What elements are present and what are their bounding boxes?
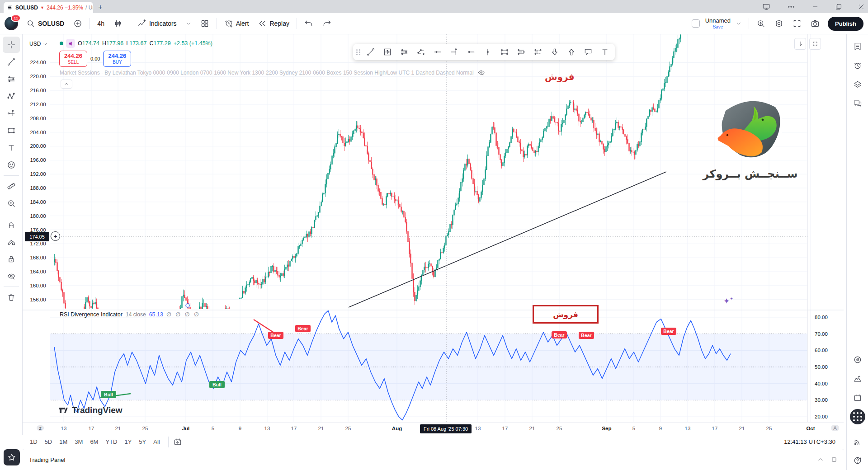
publish-button[interactable]: Publish (828, 17, 863, 31)
rsi-legend[interactable]: RSI Divergence Indicator 14 close 65.13 … (60, 311, 200, 318)
time-axis[interactable]: 13172125Jul5913172125Aug13172125Sep59131… (23, 423, 844, 435)
sessions-indicator-legend[interactable]: Market Sessions - By Leviathan Tokyo 000… (60, 69, 485, 76)
sparkle-icon[interactable]: ✦✦ (723, 296, 733, 306)
magnet-tool[interactable] (3, 216, 20, 233)
close-button[interactable] (854, 1, 868, 12)
disjoint-draw-tool[interactable] (412, 45, 429, 59)
share-icon[interactable] (66, 39, 75, 48)
rectangle-draw-tool[interactable] (496, 45, 513, 59)
symbol-search-button[interactable]: SOLUSD (23, 16, 68, 31)
calendar-tool[interactable] (849, 389, 866, 406)
scroll-to-recent-button[interactable] (794, 38, 806, 50)
text-t-tool[interactable] (3, 140, 20, 156)
lock-all-tool[interactable] (3, 251, 20, 267)
rectangle-tool[interactable] (3, 122, 20, 139)
signal-tool[interactable] (849, 433, 866, 450)
range-5y[interactable]: 5Y (135, 437, 150, 447)
replay-button[interactable]: Replay (254, 16, 293, 31)
range-1y[interactable]: 1Y (121, 437, 135, 447)
favorites-toolbar-button[interactable] (4, 449, 20, 465)
eye-icon[interactable] (477, 69, 485, 76)
buy-button[interactable]: 244.26BUY (103, 51, 131, 67)
quick-trade-plus-button[interactable]: + (51, 231, 60, 241)
vertical-line-draw-tool[interactable] (479, 45, 496, 59)
chart-area[interactable]: BullBullBearBearBearBearBear224.00220.00… (23, 34, 844, 435)
drawing-lock-tool[interactable] (3, 234, 20, 250)
arrow-up-draw-tool[interactable] (563, 45, 580, 59)
layout-name-button[interactable]: Unnamed Save (705, 18, 731, 29)
new-tab-button[interactable]: + (95, 2, 106, 12)
fullscreen-icon[interactable] (789, 16, 805, 31)
range-5d[interactable]: 5D (41, 437, 56, 447)
parallel-lines-tool[interactable] (3, 71, 20, 87)
horizontal-ray-tool[interactable] (3, 105, 20, 122)
range-3m[interactable]: 3M (71, 437, 86, 447)
movers-tool[interactable] (849, 370, 866, 387)
trading-panel[interactable]: Trading Panel (23, 449, 844, 470)
currency-selector[interactable]: USD (26, 39, 49, 49)
maximize-pane-button[interactable] (809, 38, 821, 50)
sell-annotation-text[interactable]: فروش (545, 71, 575, 82)
indicators-chevron-icon[interactable] (182, 18, 195, 29)
minimize-button[interactable] (808, 1, 822, 12)
compare-add-icon[interactable] (70, 16, 86, 31)
range-1m[interactable]: 1M (56, 437, 71, 447)
browser-panel-icon[interactable] (760, 1, 773, 12)
drag-handle[interactable] (355, 45, 362, 59)
ray-draw-tool[interactable] (429, 45, 446, 59)
parallel-lines-draw-tool[interactable] (396, 45, 412, 59)
layout-checkbox[interactable] (692, 19, 700, 28)
legend-collapse-button[interactable] (61, 80, 72, 89)
alarm-tool[interactable] (849, 57, 866, 74)
goto-date-icon[interactable] (173, 437, 182, 446)
browser-tab[interactable]: SOLUSD ▼ 244.26 −1.35% / Unna (4, 2, 93, 13)
arrow-dn-draw-tool[interactable] (546, 45, 563, 59)
templates-icon[interactable] (197, 16, 213, 31)
settings-gear-icon[interactable] (771, 16, 787, 31)
layers-tool[interactable] (849, 76, 866, 93)
trash-tool[interactable] (3, 289, 20, 306)
indicators-button[interactable]: Indicators (134, 16, 180, 31)
snapshot-camera-icon[interactable] (807, 16, 823, 31)
layout-chevron-icon[interactable] (732, 18, 745, 29)
maximize-panel-icon[interactable] (831, 456, 837, 463)
undo-icon[interactable] (301, 16, 317, 31)
fib1-draw-tool[interactable] (513, 45, 529, 59)
clock[interactable]: 12:41:13 UTC+3:30 (784, 438, 840, 445)
sell-annotation-box[interactable]: فروش (533, 305, 599, 324)
watchlist-tool[interactable] (849, 38, 866, 55)
extended-line-draw-tool[interactable] (446, 45, 462, 59)
range-6m[interactable]: 6M (86, 437, 102, 447)
horizontal-line-draw-tool[interactable] (462, 45, 479, 59)
text-t-draw-tool[interactable] (596, 45, 613, 59)
trend-line-draw-tool[interactable] (362, 45, 379, 59)
crosshair-tool[interactable] (3, 37, 20, 53)
xabcd-tool[interactable] (3, 88, 20, 104)
target-tool[interactable] (849, 351, 866, 368)
chart-style-icon[interactable] (110, 16, 126, 31)
more-options-icon[interactable] (784, 1, 798, 12)
alert-button[interactable]: Alert (221, 16, 253, 31)
zoom-in-tool[interactable] (3, 195, 20, 212)
expand-panel-icon[interactable] (817, 456, 824, 463)
sell-button[interactable]: 244.26SELL (59, 51, 87, 67)
avatar[interactable]: 11 (5, 17, 18, 30)
range-1d[interactable]: 1D (26, 437, 41, 447)
quick-search-icon[interactable] (753, 16, 769, 31)
apps-tool[interactable] (849, 408, 866, 425)
hide-all-tool[interactable] (3, 268, 20, 284)
range-ytd[interactable]: YTD (102, 437, 121, 447)
range-all[interactable]: All (150, 437, 163, 447)
chart-canvas[interactable]: BullBullBearBearBearBearBear224.00220.00… (23, 34, 844, 435)
restore-button[interactable] (832, 1, 845, 12)
chat-tool[interactable] (849, 95, 866, 112)
redo-icon[interactable] (319, 16, 335, 31)
trend-line-tool[interactable] (3, 54, 20, 70)
box-cross-draw-tool[interactable] (379, 45, 396, 59)
interval-button[interactable]: 4h (94, 17, 108, 30)
callout-draw-tool[interactable] (580, 45, 596, 59)
fib2-draw-tool[interactable] (529, 45, 546, 59)
help-tool[interactable] (849, 452, 866, 469)
emoji-tool[interactable] (3, 157, 20, 173)
ruler-tool[interactable] (3, 178, 20, 194)
